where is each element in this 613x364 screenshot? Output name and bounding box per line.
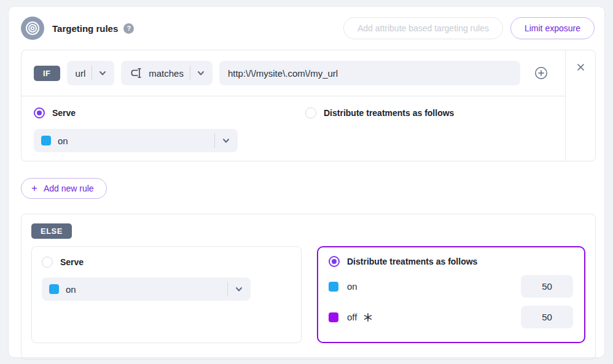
chevron-down-icon (235, 285, 243, 293)
treatment-name: on (347, 281, 357, 292)
else-columns: Serve on Distribute treatments as follow… (31, 246, 585, 343)
distribute-radio-option[interactable]: Distribute treatments as follows (305, 107, 454, 118)
else-treatment-select-value: on (66, 284, 76, 295)
plus-icon: + (31, 184, 37, 193)
matcher-select[interactable]: matches (121, 61, 213, 85)
chevron-down-icon (197, 69, 205, 77)
treatment-color-swatch (41, 136, 51, 145)
else-card: ELSE Serve on (21, 214, 596, 360)
attribute-select-value: url (76, 68, 86, 79)
treatment-color-swatch (49, 284, 59, 294)
rule-condition-row: IF url matches (21, 50, 565, 96)
add-attribute-rules-button[interactable]: Add attribute based targeting rules (343, 17, 503, 39)
page-title: Targeting rules (52, 23, 118, 34)
select-divider (92, 66, 92, 80)
else-distribute-radio-option[interactable]: Distribute treatments as follows (329, 256, 573, 267)
treatment-name: off (347, 312, 357, 322)
target-icon (21, 17, 44, 40)
string-matcher-icon (130, 68, 143, 79)
treatment-select-value: on (58, 136, 68, 146)
rule-serve-area: Serve Distribute treatments as follows o… (21, 96, 565, 161)
distribute-label: Distribute treatments as follows (324, 108, 454, 118)
serve-radio[interactable] (34, 107, 45, 118)
else-serve-label: Serve (60, 257, 84, 267)
else-distribute-radio[interactable] (329, 256, 340, 267)
select-divider (227, 282, 228, 296)
add-condition-icon[interactable] (534, 66, 548, 80)
chevron-down-icon (98, 69, 107, 77)
percent-input[interactable] (521, 306, 573, 328)
rule-close-column (565, 50, 595, 161)
treatment-row: off (329, 306, 573, 328)
attribute-select[interactable]: url (67, 61, 115, 85)
if-badge: IF (34, 66, 60, 81)
else-serve-radio-option[interactable]: Serve (42, 257, 291, 268)
serve-label: Serve (52, 108, 76, 118)
targeting-rules-panel: Targeting rules ? Add attribute based ta… (8, 6, 605, 358)
panel-header: Targeting rules ? Add attribute based ta… (21, 15, 596, 41)
treatment-color-swatch (329, 312, 338, 322)
treatment-select[interactable]: on (34, 129, 238, 152)
rule-card: IF url matches (21, 50, 596, 161)
else-badge: ELSE (31, 223, 72, 239)
rule-value-input[interactable] (219, 61, 520, 85)
help-icon[interactable]: ? (123, 23, 134, 34)
treatment-row: on (329, 275, 573, 298)
add-new-rule-label: Add new rule (44, 184, 94, 193)
add-new-rule-button[interactable]: + Add new rule (21, 178, 107, 199)
limit-exposure-button[interactable]: Limit exposure (510, 17, 595, 39)
else-treatment-select[interactable]: on (42, 277, 251, 301)
remove-rule-button[interactable] (576, 63, 585, 72)
else-serve-radio[interactable] (42, 257, 53, 268)
serve-options-row: Serve Distribute treatments as follows (34, 107, 553, 118)
else-distribute-card: Distribute treatments as follows on off (317, 246, 585, 343)
select-divider (214, 133, 215, 148)
serve-radio-option[interactable]: Serve (34, 107, 305, 118)
else-serve-card: Serve on (31, 246, 302, 343)
distribute-radio[interactable] (305, 107, 316, 118)
select-divider (190, 66, 190, 80)
matcher-select-value: matches (149, 68, 184, 79)
rule-main: IF url matches (21, 50, 565, 161)
treatment-color-swatch (329, 282, 338, 292)
else-distribute-label: Distribute treatments as follows (347, 257, 477, 266)
percent-input[interactable] (521, 275, 573, 298)
default-treatment-icon (364, 313, 372, 322)
chevron-down-icon (222, 136, 230, 145)
